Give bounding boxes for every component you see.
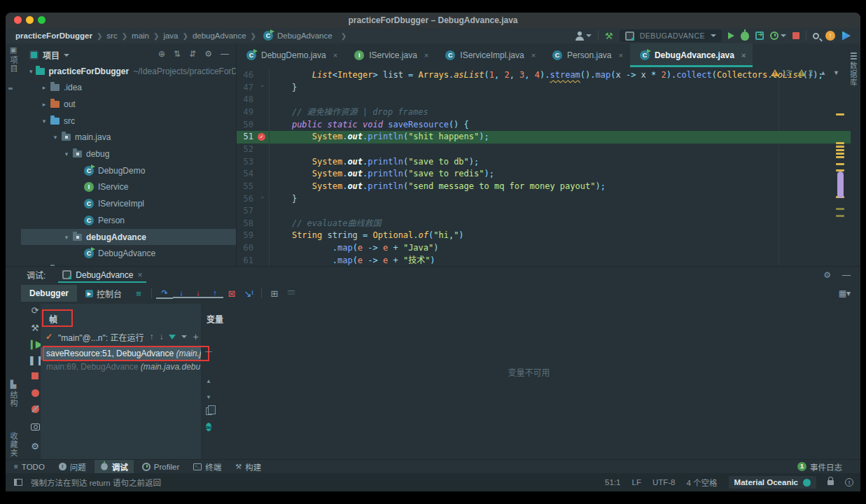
hide-frames-filter-icon[interactable] [169, 335, 176, 340]
line-number[interactable]: 61 [237, 255, 253, 266]
next-frame-icon[interactable]: ↓ [159, 332, 163, 342]
run-button[interactable] [728, 32, 734, 39]
tree-row[interactable]: ▾main.java [21, 130, 236, 146]
hide-panel-icon[interactable]: — [221, 49, 229, 59]
code-line[interactable]: 55 System.out.println("send message to m… [237, 181, 851, 193]
breadcrumb-item[interactable]: java [163, 31, 178, 40]
breadcrumb[interactable]: practiceForDbugger❯src❯main❯java❯debugAd… [6, 31, 347, 41]
line-number[interactable]: 48 [237, 94, 253, 106]
tree-arrow-icon[interactable]: ▾ [52, 134, 59, 141]
line-number[interactable]: 46 [237, 69, 253, 82]
stack-frame-row[interactable]: main:69, DebugAdvance (main.java.debu [41, 360, 201, 373]
layout-view-icon[interactable]: ≡ [130, 288, 147, 299]
line-number[interactable]: 53 [237, 156, 253, 169]
caret-position[interactable]: 51:1 [605, 478, 620, 486]
view-breakpoints-icon[interactable] [28, 388, 42, 399]
tree-row[interactable]: CIServiceImpl [21, 196, 236, 212]
tree-row[interactable]: ▾practiceForDbugger~/IdeaProjects/practi… [21, 63, 236, 79]
fold-marker-icon[interactable]: ⌃ [260, 193, 264, 206]
line-separator[interactable]: LF [631, 478, 641, 486]
code-line[interactable]: 54 System.out.println("save to redis"); [237, 168, 851, 181]
close-icon[interactable]: × [531, 51, 536, 59]
fold-marker-icon[interactable]: ⌃ [260, 82, 264, 94]
debug-settings-gear-icon[interactable]: ⚙ [28, 441, 42, 451]
toolwindow-button-问题[interactable]: !问题 [53, 460, 92, 474]
code-line[interactable]: 52 [237, 144, 851, 156]
tree-arrow-icon[interactable]: ▾ [63, 150, 70, 158]
search-everywhere-button[interactable] [813, 33, 819, 39]
prev-frame-icon[interactable]: ↑ [149, 332, 153, 342]
chevron-down-icon[interactable] [181, 335, 187, 338]
view-options-icon[interactable]: 𝄘 [283, 288, 300, 299]
toolwindow-toggle-icon[interactable] [14, 479, 22, 486]
close-icon[interactable]: × [618, 51, 622, 59]
editor-tab[interactable]: CPerson.java× [543, 43, 630, 67]
breadcrumb-item[interactable]: debugAdvance [193, 31, 246, 40]
resume-program-icon[interactable]: ❙▶ [28, 339, 42, 349]
gear-icon[interactable]: ⚙ [823, 270, 831, 280]
breadcrumb-item[interactable]: practiceForDbugger [15, 31, 92, 40]
tree-row[interactable]: ▾debugAdvance [21, 229, 236, 245]
profiler-button[interactable] [770, 31, 786, 40]
editor-tab[interactable]: IIService.java× [344, 43, 435, 67]
line-number[interactable]: 47 [237, 82, 253, 94]
tab-console[interactable]: ▶控制台 [77, 284, 130, 303]
coverage-button[interactable] [755, 31, 764, 40]
code-line[interactable]: 53 System.out.println("save to db"); [237, 156, 851, 169]
breadcrumb-item[interactable]: src [106, 31, 117, 40]
line-number[interactable]: 58 [237, 218, 253, 230]
step-into-icon[interactable]: ↓ [173, 288, 190, 298]
editor-tab[interactable]: CDebugDemo.java× [237, 43, 344, 67]
drop-frame-icon[interactable]: ⊠ [223, 288, 240, 299]
toolwindow-button-构建[interactable]: ⚒构建 [230, 460, 267, 474]
code-line[interactable]: 60 .map(e -> e + "Java") [237, 242, 851, 255]
debug-session-tab[interactable]: DebugAdvance × [58, 267, 146, 283]
file-encoding[interactable]: UTF-8 [652, 478, 676, 486]
toolwindow-button-调试[interactable]: 调试 [95, 460, 134, 474]
tree-arrow-icon[interactable]: ▸ [41, 101, 48, 108]
copy-stack-icon[interactable] [203, 407, 214, 416]
thread-selector[interactable]: ✓ "main"@...n": 正在运行 ↑ ↓ + [46, 330, 228, 344]
step-over-icon[interactable]: ↷ [156, 288, 173, 299]
build-hammer-icon[interactable]: ⚒ [605, 31, 613, 41]
event-log-button[interactable]: 1 事件日志 [797, 461, 842, 472]
code-line[interactable]: 56⌃ } [237, 193, 851, 206]
lock-icon[interactable] [827, 480, 834, 485]
toolwindow-button-todo[interactable]: ≡TODO [8, 461, 50, 472]
rerun-debug-icon[interactable]: ⟳ [28, 305, 42, 316]
breadcrumb-item[interactable]: DebugAdvance [277, 31, 333, 40]
pause-program-icon[interactable]: ❚❚ [28, 355, 42, 365]
layout-settings-icon[interactable]: ▦▾ [839, 288, 851, 298]
toolwindow-structure-tab[interactable]: ▙ 结构 [8, 379, 19, 407]
line-number[interactable]: 51 [237, 131, 253, 144]
next-problem-icon[interactable]: ▼ [833, 69, 839, 76]
tab-debugger[interactable]: Debugger [21, 285, 77, 302]
thread-dump-camera-icon[interactable] [28, 422, 42, 433]
expand-all-icon[interactable]: ⇅ [174, 49, 181, 59]
tree-arrow-icon[interactable]: ▾ [41, 118, 48, 125]
breadcrumb-item[interactable]: main [132, 31, 149, 40]
line-number[interactable]: 54 [237, 168, 253, 181]
debug-button[interactable] [741, 31, 749, 41]
code-line[interactable]: 51✓ System.out.println("shit happens"); [237, 131, 851, 144]
hide-panel-icon[interactable]: — [842, 270, 851, 280]
tree-row[interactable]: ▾debug [21, 146, 236, 162]
stop-debug-icon[interactable] [28, 371, 42, 382]
editor-tab[interactable]: CIServiceImpl.java× [435, 43, 543, 67]
project-panel-header[interactable]: 项目 ⊕ ⇅ ⇵ ⚙ — [21, 43, 236, 61]
line-number[interactable]: 57 [237, 205, 253, 218]
scroll-up-icon[interactable]: ▲ [203, 378, 214, 384]
wrench-settings-icon[interactable]: ⚒ [28, 323, 42, 333]
tree-row[interactable]: IIService [21, 179, 236, 195]
tree-row[interactable]: ▸out [21, 96, 236, 112]
prev-problem-icon[interactable]: ▲ [820, 69, 826, 76]
breakpoint-icon[interactable]: ✓ [258, 133, 265, 141]
theme-selector[interactable]: Material Oceanic [729, 476, 816, 489]
gear-icon[interactable]: ⚙ [204, 49, 212, 59]
mute-breakpoints-icon[interactable] [28, 405, 42, 415]
close-icon[interactable]: × [741, 51, 746, 59]
line-number[interactable]: 56 [237, 193, 253, 206]
code-line[interactable]: 46 List<Integer> list = Arrays.asList(1,… [237, 69, 851, 82]
indent-setting[interactable]: 4 个空格 [687, 477, 718, 488]
close-icon[interactable]: × [333, 51, 337, 59]
